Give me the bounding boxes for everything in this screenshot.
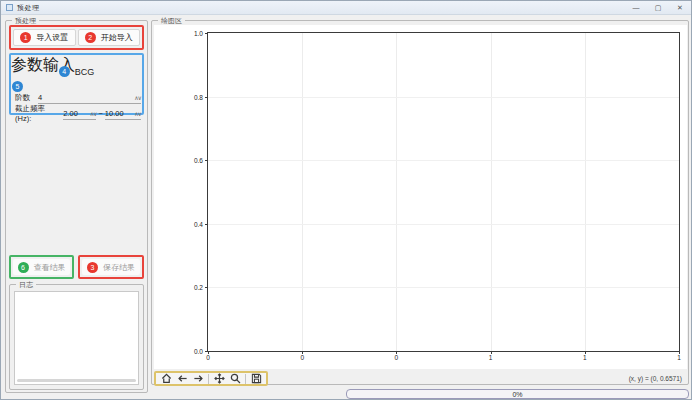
y-tick-mark xyxy=(205,287,208,288)
y-tick-mark xyxy=(205,33,208,34)
y-gridline xyxy=(208,224,679,225)
spinner-arrows-icon[interactable]: ∧∨ xyxy=(134,110,141,117)
y-tick-label: 0.0 xyxy=(194,348,203,355)
badge-6: 6 xyxy=(18,262,29,273)
y-tick-label: 0.8 xyxy=(194,93,203,100)
import-settings-button[interactable]: 1 导入设置 xyxy=(13,29,76,46)
plot-panel: 绘图区 0001111.00.80.60.40.20.0 (x, y) = (0… xyxy=(151,20,689,385)
preprocess-panel: 预处理 1 导入设置 2 开始导入 参数输入 4 BCG 5 阶数 4 ∧∨ xyxy=(5,20,148,393)
y-tick-mark xyxy=(205,224,208,225)
progress-bar: 0% xyxy=(346,389,689,399)
y-tick-label: 0.4 xyxy=(194,220,203,227)
order-row: 阶数 4 ∧∨ xyxy=(15,92,141,104)
save-icon[interactable] xyxy=(250,373,262,385)
forward-icon[interactable] xyxy=(192,373,204,385)
progress-label: 0% xyxy=(512,391,522,398)
y-gridline xyxy=(208,97,679,98)
x-gridline xyxy=(302,33,303,351)
import-settings-label: 导入设置 xyxy=(36,32,68,43)
order-value: 4 xyxy=(38,93,132,102)
maximize-button[interactable]: ▢ xyxy=(647,1,669,14)
x-tick-label: 0 xyxy=(395,354,399,361)
x-tick-label: 1 xyxy=(677,354,681,361)
log-textarea[interactable] xyxy=(14,291,139,385)
view-results-button[interactable]: 6 查看结果 xyxy=(13,259,70,275)
save-results-highlight: 3 保存结果 xyxy=(78,255,144,279)
toolbar-separator xyxy=(245,374,246,384)
import-buttons-highlight: 1 导入设置 2 开始导入 xyxy=(9,25,144,50)
x-tick-label: 0 xyxy=(300,354,304,361)
cursor-coords-readout: (x, y) = (0, 0.6571) xyxy=(629,375,682,382)
log-horizontal-scrollbar[interactable] xyxy=(17,379,136,382)
view-results-highlight: 6 查看结果 xyxy=(9,255,74,279)
toolbar-separator xyxy=(208,374,209,384)
cutoff-tilde: ~ xyxy=(98,109,102,118)
plot-nav-toolbar xyxy=(154,371,268,386)
badge-2: 2 xyxy=(85,32,96,43)
y-tick-label: 0.6 xyxy=(194,157,203,164)
figure-canvas[interactable]: 0001111.00.80.60.40.20.0 xyxy=(154,25,687,369)
signal-type-label: BCG xyxy=(75,67,95,77)
cutoff-low-spinbox[interactable]: 2.00 ∧∨ xyxy=(63,108,96,120)
cutoff-label: 截止频率(Hz): xyxy=(15,104,60,123)
cutoff-high-spinbox[interactable]: 10.00 ∧∨ xyxy=(105,108,141,120)
app-window: { "window": { "title": "预处理", "controls"… xyxy=(0,0,692,400)
close-button[interactable]: ✕ xyxy=(669,1,691,14)
badge-4: 4 xyxy=(59,66,70,77)
params-group: 参数输入 4 BCG 5 阶数 4 ∧∨ 截止频率(Hz): 2.00 ∧∨ ~… xyxy=(9,53,144,115)
app-icon xyxy=(6,4,13,11)
start-import-label: 开始导入 xyxy=(101,32,133,43)
x-gridline xyxy=(585,33,586,351)
order-spinbox[interactable]: 4 ∧∨ xyxy=(38,92,141,104)
zoom-icon[interactable] xyxy=(229,373,241,385)
y-tick-label: 1.0 xyxy=(194,30,203,37)
x-tick-label: 0 xyxy=(206,354,210,361)
x-gridline xyxy=(396,33,397,351)
y-tick-mark xyxy=(205,351,208,352)
window-title: 预处理 xyxy=(17,3,40,13)
y-tick-label: 0.2 xyxy=(194,284,203,291)
title-bar: 预处理 — ▢ ✕ xyxy=(1,1,691,15)
spinner-arrows-icon[interactable]: ∧∨ xyxy=(90,110,97,117)
x-gridline xyxy=(491,33,492,351)
x-tick-label: 1 xyxy=(583,354,587,361)
axes: 0001111.00.80.60.40.20.0 xyxy=(207,32,680,352)
spinner-arrows-icon[interactable]: ∧∨ xyxy=(134,94,141,101)
badge-3: 3 xyxy=(87,262,98,273)
log-group: 日志 xyxy=(9,284,144,390)
y-tick-mark xyxy=(205,97,208,98)
y-gridline xyxy=(208,160,679,161)
pan-icon[interactable] xyxy=(213,373,225,385)
plot-panel-label: 绘图区 xyxy=(158,16,185,25)
cutoff-row: 截止频率(Hz): 2.00 ∧∨ ~ 10.00 ∧∨ xyxy=(15,104,141,123)
back-icon[interactable] xyxy=(176,373,188,385)
y-tick-mark xyxy=(205,160,208,161)
y-gridline xyxy=(208,287,679,288)
x-tick-label: 1 xyxy=(489,354,493,361)
badge-5: 5 xyxy=(12,81,23,92)
preprocess-panel-label: 预处理 xyxy=(12,16,39,25)
log-group-label: 日志 xyxy=(16,280,36,289)
badge-1: 1 xyxy=(20,32,31,43)
view-results-label: 查看结果 xyxy=(34,262,66,273)
home-icon[interactable] xyxy=(160,373,172,385)
order-label: 阶数 xyxy=(15,93,30,103)
minimize-button[interactable]: — xyxy=(625,1,647,14)
start-import-button[interactable]: 2 开始导入 xyxy=(78,29,141,46)
save-results-button[interactable]: 3 保存结果 xyxy=(82,259,140,275)
cutoff-high-value: 10.00 xyxy=(105,109,132,118)
save-results-label: 保存结果 xyxy=(103,262,135,273)
cutoff-low-value: 2.00 xyxy=(63,109,87,118)
